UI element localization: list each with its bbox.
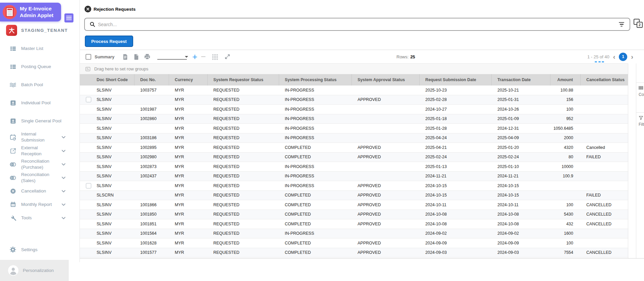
menu-toggle-button[interactable] <box>64 13 73 22</box>
sidebar-item-personalization[interactable]: Personalization <box>0 260 69 281</box>
table-cell: SLSCRN <box>80 193 135 198</box>
grid-dots-icon[interactable] <box>212 54 218 60</box>
sidebar-item-individual-pool[interactable]: Individual Pool <box>0 94 69 112</box>
table-cell: SLSINV <box>80 174 135 178</box>
table-cell: IN-PROGRESS <box>279 164 352 169</box>
table-cell: SLSINV <box>80 231 135 236</box>
table-cell: CANCELLED <box>581 250 628 255</box>
column-header[interactable]: System Processing Status <box>279 74 352 86</box>
windows-icon[interactable]: 2 <box>634 19 643 28</box>
columns-tab-label: Columns <box>639 92 644 97</box>
table-row[interactable]: SLSINVMYRREQUESTEDIN-PROGRESS2025-01-282… <box>80 124 628 133</box>
column-header[interactable]: Transaction Date <box>492 74 550 86</box>
sidebar-item-settings[interactable]: Settings <box>9 246 41 253</box>
next-page-icon[interactable]: › <box>631 53 633 60</box>
rows-label: Rows: <box>396 54 409 59</box>
tab-filters[interactable]: Filters <box>636 112 644 142</box>
pagination-range: 1 - 25 of 40 <box>587 54 609 59</box>
close-icon[interactable] <box>85 6 91 12</box>
column-header[interactable]: System Approval Status <box>352 74 420 86</box>
print-icon[interactable] <box>144 53 151 60</box>
table-cell: 1002860 <box>135 116 169 121</box>
column-header[interactable]: Doc Short Code <box>80 74 135 86</box>
sidebar-item-single-general-pool[interactable]: Single General Pool <box>0 112 69 130</box>
table-cell: MYR <box>169 212 208 217</box>
view-select-dropdown[interactable] <box>157 54 187 60</box>
current-page-button[interactable]: 1 <box>619 53 627 61</box>
table-row[interactable]: SLSINV1001628MYRREQUESTEDCOMPLETEDAPPROV… <box>80 238 628 248</box>
tenant-row[interactable]: STAGING_TENANT <box>6 25 68 36</box>
blank-document-icon[interactable] <box>133 53 140 60</box>
tab-columns[interactable]: Columns <box>636 82 644 112</box>
sidebar-item-internal-submission[interactable]: InternalSubmission <box>0 130 69 144</box>
column-header[interactable]: Request Submission Date <box>420 74 492 86</box>
expand-icon[interactable] <box>224 53 231 60</box>
row-group-dropzone[interactable]: Drag here to set row groups <box>80 63 628 74</box>
sidebar-item-external-reception[interactable]: ExternalReception <box>0 144 69 158</box>
table-cell: IN-PROGRESS <box>279 88 352 93</box>
previous-page-icon[interactable]: ‹ <box>613 53 615 60</box>
table-row[interactable]: SLSINV1001866MYRREQUESTEDCOMPLETEDAPPROV… <box>80 200 628 210</box>
column-header[interactable]: Amount <box>550 74 581 86</box>
table-cell: 2025-02-24 <box>420 155 492 159</box>
search-input[interactable] <box>98 22 615 27</box>
table-cell: 1002980 <box>135 155 169 159</box>
sidebar-item-monthly-report[interactable]: Monthly Report <box>0 198 69 211</box>
summary-checkbox[interactable] <box>86 54 91 60</box>
table-row[interactable]: SLSINV1001987MYRREQUESTEDIN-PROGRESS2024… <box>80 105 628 114</box>
table-cell: REQUESTED <box>208 97 279 102</box>
content-panel: Rejection Requests 2 Process Request Sum… <box>79 0 644 262</box>
remove-icon[interactable]: − <box>201 54 206 60</box>
calendar-sync-icon <box>9 134 16 141</box>
process-request-button[interactable]: Process Request <box>85 36 133 47</box>
sidebar-item-master-list[interactable]: Master List <box>0 40 69 58</box>
table-row[interactable]: SLSINV1002437MYRREQUESTEDIN-PROGRESS2024… <box>80 172 628 181</box>
table-row[interactable]: SLSINV1003186MYRREQUESTEDIN-PROGRESS2025… <box>80 133 628 143</box>
table-row[interactable]: SLSINV1001851MYRREQUESTEDCOMPLETEDAPPROV… <box>80 219 628 229</box>
table-cell: REQUESTED <box>208 116 279 121</box>
table-cell: 2024-09-03 <box>492 250 550 255</box>
table-cell: 2025-01-28 <box>420 126 492 131</box>
table-cell: IN-PROGRESS <box>279 135 352 140</box>
column-header[interactable]: Currency <box>169 74 208 86</box>
app-title-line1: My E-Invoice <box>20 5 53 12</box>
sidebar-item-batch-pool[interactable]: Batch Pool <box>0 76 69 94</box>
filter-icon[interactable] <box>618 22 625 26</box>
search-bar <box>84 18 630 31</box>
sidebar-item-reconciliation-purchase[interactable]: Reconciliation(Purchase) <box>0 158 69 171</box>
columns-icon <box>639 86 644 90</box>
table-row[interactable]: SLSINV1002873MYRREQUESTEDIN-PROGRESS2025… <box>80 162 628 172</box>
sidebar-item-reconciliation-sales[interactable]: Reconciliation(Sales) <box>0 171 69 184</box>
column-header[interactable]: Cancellation Status <box>581 74 628 86</box>
table-cell: REQUESTED <box>208 231 279 236</box>
table-row[interactable]: SLSINV1001564MYRREQUESTEDIN-PROGRESS2024… <box>80 229 628 239</box>
table-row[interactable]: SLSCRNMYRREQUESTEDCOMPLETEDAPPROVED2024-… <box>80 191 628 201</box>
table-cell: MYR <box>169 116 208 121</box>
row-checkbox[interactable] <box>86 183 91 188</box>
table-row[interactable]: SLSINVMYRREQUESTEDIN-PROGRESSAPPROVED202… <box>80 181 628 191</box>
export-document-icon[interactable] <box>122 53 128 60</box>
column-header[interactable]: Doc No. <box>135 74 169 86</box>
sidebar-item-posting-queue[interactable]: Posting Queue <box>0 58 69 76</box>
table-row[interactable]: SLSINV1002895MYRREQUESTEDCOMPLETEDAPPROV… <box>80 143 628 153</box>
table-row[interactable]: SLSINV1001850MYRREQUESTEDCOMPLETEDAPPROV… <box>80 210 628 220</box>
add-icon[interactable]: + <box>192 54 197 60</box>
table-cell: 2025-02-24 <box>492 155 550 159</box>
table-cell: 100 <box>550 203 581 207</box>
sidebar-item-tools[interactable]: Tools <box>0 211 69 225</box>
table-row[interactable]: SLSINV1001577MYRREQUESTEDCOMPLETEDAPPROV… <box>80 248 628 258</box>
table-row[interactable]: SLSINV1002860MYRREQUESTEDIN-PROGRESS2025… <box>80 114 628 124</box>
table-row[interactable]: SLSINV1003757MYRREQUESTEDIN-PROGRESS2025… <box>80 86 628 95</box>
table-row[interactable]: SLSINVMYRREQUESTEDIN-PROGRESSAPPROVED202… <box>80 95 628 105</box>
column-header[interactable]: System Requestor Status <box>208 74 279 86</box>
row-checkbox[interactable] <box>86 97 91 102</box>
table-cell: FAILED <box>581 193 628 198</box>
table-cell: MYR <box>169 88 208 93</box>
table-cell: SLSINV <box>80 155 135 159</box>
table-row[interactable]: SLSINV1002980MYRREQUESTEDCOMPLETEDAPPROV… <box>80 153 628 162</box>
table-cell: 2025-04-09 <box>492 135 550 140</box>
sidebar-item-cancellation[interactable]: Cancellation <box>0 184 69 198</box>
table-cell: APPROVED <box>352 222 420 226</box>
vertical-scrollbar[interactable] <box>628 63 636 258</box>
table-cell: 100.9 <box>550 174 581 178</box>
